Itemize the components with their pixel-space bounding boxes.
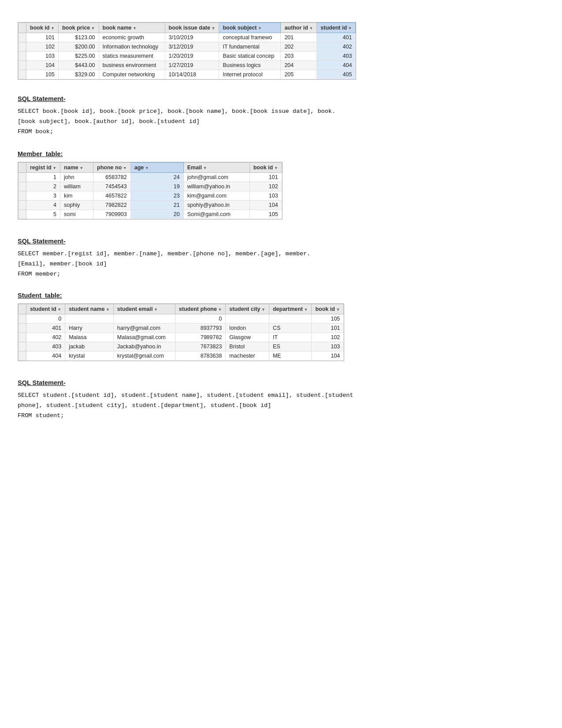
student-id-cell: 402 bbox=[26, 332, 65, 342]
col-header-student-id[interactable]: student id bbox=[26, 304, 65, 314]
email-cell: william@yahoo.in bbox=[183, 182, 249, 191]
book-name-cell: Information technology bbox=[99, 42, 165, 52]
book-sql-line3: FROM book; bbox=[18, 128, 53, 135]
student-sql-title: SQL Statement- bbox=[18, 379, 544, 386]
col-header-student-name[interactable]: student name bbox=[65, 304, 114, 314]
phone-no-cell: 6583782 bbox=[93, 172, 131, 182]
book-name-cell: Computer networking bbox=[99, 70, 165, 79]
student-email-cell: Jackab@yahoo.in bbox=[113, 342, 175, 351]
student-email-cell bbox=[113, 314, 175, 323]
student-name-cell bbox=[65, 314, 114, 323]
col-header-email[interactable]: Email bbox=[183, 162, 249, 172]
student-name-cell: Malasa bbox=[65, 332, 114, 342]
col-header-member-book-id[interactable]: book id bbox=[249, 162, 282, 172]
col-header-book-name[interactable]: book name bbox=[99, 23, 165, 33]
member-table-wrapper: regist id name phone no age Email book i… bbox=[18, 162, 283, 220]
member-row-indicator-header bbox=[19, 162, 26, 172]
age-cell: 21 bbox=[130, 200, 183, 209]
student-book-id-cell: 101 bbox=[312, 323, 344, 332]
row-indicator bbox=[19, 332, 26, 342]
member-table-row: 2 william 7454543 19 william@yahoo.in 10… bbox=[19, 182, 282, 191]
student-sql-line3: FROM student; bbox=[18, 412, 64, 419]
member-table: regist id name phone no age Email book i… bbox=[18, 162, 282, 219]
book-table-wrapper: book id book price book name book issue … bbox=[18, 22, 544, 81]
student-phone-cell: 7673823 bbox=[175, 342, 226, 351]
col-header-regist-id[interactable]: regist id bbox=[26, 162, 60, 172]
student-email-cell: Malasa@gmail.com bbox=[113, 332, 175, 342]
regist-id-cell: 5 bbox=[26, 209, 60, 219]
col-header-student-id[interactable]: student id bbox=[317, 23, 356, 33]
row-indicator bbox=[19, 61, 26, 70]
age-cell: 23 bbox=[130, 191, 183, 200]
col-header-book-price[interactable]: book price bbox=[58, 23, 99, 33]
col-header-student-email[interactable]: student email bbox=[113, 304, 175, 314]
phone-no-cell: 7454543 bbox=[93, 182, 131, 191]
book-id-cell: 102 bbox=[26, 42, 59, 52]
regist-id-cell: 1 bbox=[26, 172, 60, 182]
student-id-cell: 401 bbox=[317, 33, 356, 42]
student-phone-cell: 7989782 bbox=[175, 332, 226, 342]
student-table-row: 404 krystal krystal@gmail.com 8783638 ma… bbox=[19, 351, 344, 360]
book-table-scroll: book id book price book name book issue … bbox=[18, 22, 356, 80]
regist-id-cell: 2 bbox=[26, 182, 60, 191]
phone-no-cell: 7982822 bbox=[93, 200, 131, 209]
student-id-cell: 404 bbox=[317, 61, 356, 70]
book-subject-cell: IT fundamental bbox=[219, 42, 281, 52]
row-indicator bbox=[19, 351, 26, 360]
member-section-title: Member_table: bbox=[18, 150, 544, 157]
row-indicator bbox=[19, 323, 26, 332]
student-city-cell: machester bbox=[226, 351, 269, 360]
col-header-book-subject[interactable]: book subject bbox=[219, 23, 281, 33]
col-header-student-phone[interactable]: student phone bbox=[175, 304, 226, 314]
col-header-phone-no[interactable]: phone no bbox=[93, 162, 131, 172]
col-header-department[interactable]: department bbox=[269, 304, 312, 314]
col-header-author-id[interactable]: author id bbox=[281, 23, 317, 33]
age-cell: 24 bbox=[130, 172, 183, 182]
col-header-student-book-id[interactable]: book id bbox=[312, 304, 344, 314]
student-table-row: 402 Malasa Malasa@gmail.com 7989782 Glas… bbox=[19, 332, 344, 342]
phone-no-cell: 4657822 bbox=[93, 191, 131, 200]
book-subject-cell: Internet protocol bbox=[219, 70, 281, 79]
book-subject-cell: Business logics bbox=[219, 61, 281, 70]
book-issue-date-cell: 1/20/2019 bbox=[165, 52, 219, 61]
student-table-row: 0 0 105 bbox=[19, 314, 344, 323]
name-cell: william bbox=[60, 182, 93, 191]
row-indicator bbox=[19, 33, 26, 42]
student-book-id-cell: 102 bbox=[312, 332, 344, 342]
student-email-cell: harry@gmail.com bbox=[113, 323, 175, 332]
book-name-cell: statics measurement bbox=[99, 52, 165, 61]
author-id-cell: 203 bbox=[281, 52, 317, 61]
book-sql-section: SQL Statement- SELECT book.[book id], bo… bbox=[18, 95, 544, 137]
student-section-title: Student_table: bbox=[18, 292, 544, 299]
book-sql-line2: [book subject], book.[author id], book.[… bbox=[18, 118, 200, 125]
name-cell: kim bbox=[60, 191, 93, 200]
regist-id-cell: 3 bbox=[26, 191, 60, 200]
student-table-wrapper: student id student name student email st… bbox=[18, 303, 344, 361]
student-book-id-cell: 105 bbox=[312, 314, 344, 323]
member-sql-text: SELECT member.[regist id], member.[name]… bbox=[18, 249, 544, 280]
student-table-row: 403 jackab Jackab@yahoo.in 7673823 Brist… bbox=[19, 342, 344, 351]
col-header-book-issue-date[interactable]: book issue date bbox=[165, 23, 219, 33]
book-issue-date-cell: 3/10/2019 bbox=[165, 33, 219, 42]
department-cell: CS bbox=[269, 323, 312, 332]
member-sql-section: SQL Statement- SELECT member.[regist id]… bbox=[18, 238, 544, 280]
book-price-cell: $443.00 bbox=[58, 61, 99, 70]
row-indicator bbox=[19, 342, 26, 351]
row-indicator-header bbox=[19, 23, 26, 33]
student-id-cell: 401 bbox=[26, 323, 65, 332]
student-id-cell: 404 bbox=[26, 351, 65, 360]
col-header-age[interactable]: age bbox=[130, 162, 183, 172]
email-cell: john@gmail.com bbox=[183, 172, 249, 182]
book-price-cell: $200.00 bbox=[58, 42, 99, 52]
department-cell: IT bbox=[269, 332, 312, 342]
member-table-row: 5 somi 7909903 20 Somi@gamil.com 105 bbox=[19, 209, 282, 219]
col-header-student-city[interactable]: student city bbox=[226, 304, 269, 314]
col-header-name[interactable]: name bbox=[60, 162, 93, 172]
member-table-row: 4 sophiy 7982822 21 spohiy@yahoo.in 104 bbox=[19, 200, 282, 209]
author-id-cell: 204 bbox=[281, 61, 317, 70]
student-table-row: 401 Harry harry@gmail.com 8937793 london… bbox=[19, 323, 344, 332]
name-cell: somi bbox=[60, 209, 93, 219]
col-header-book-id[interactable]: book id bbox=[26, 23, 59, 33]
book-table-row: 105 $329.00 Computer networking 10/14/20… bbox=[19, 70, 356, 79]
row-indicator bbox=[19, 42, 26, 52]
